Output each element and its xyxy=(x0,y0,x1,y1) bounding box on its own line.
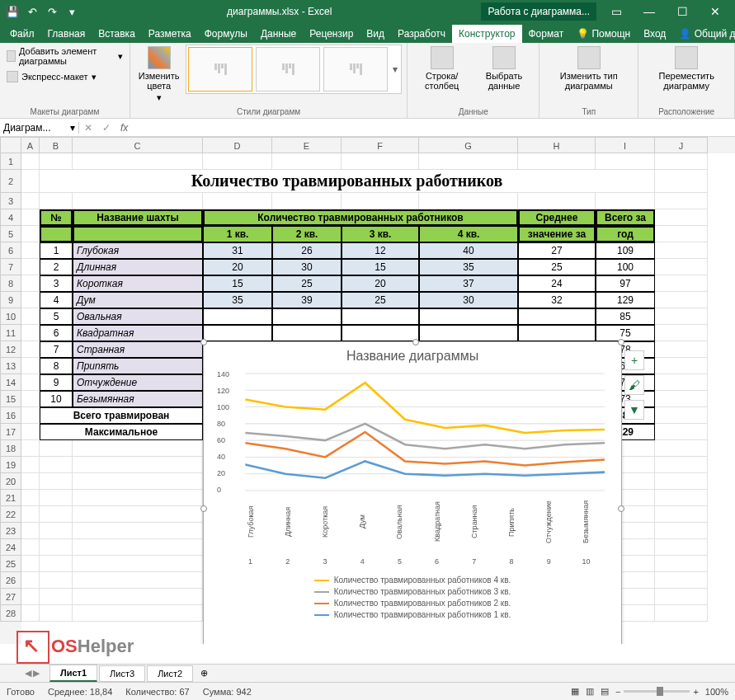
cell[interactable] xyxy=(21,490,40,506)
add-chart-element-button[interactable]: Добавить элемент диаграммы ▾ xyxy=(5,45,125,68)
cell[interactable] xyxy=(655,292,708,308)
col-head-G[interactable]: G xyxy=(419,137,518,153)
cell[interactable]: 7 xyxy=(40,341,73,358)
cell[interactable]: Всего травмирован xyxy=(40,407,203,424)
cell[interactable] xyxy=(40,473,73,490)
tab-Вид[interactable]: Вид xyxy=(360,25,391,43)
cell[interactable] xyxy=(21,209,40,226)
cell[interactable] xyxy=(272,325,342,341)
close-icon[interactable]: ✕ xyxy=(699,0,732,23)
cell[interactable] xyxy=(21,374,40,391)
cell[interactable] xyxy=(342,153,419,170)
row-head-6[interactable]: 6 xyxy=(0,242,21,259)
cell[interactable]: 100 xyxy=(596,259,655,275)
row-head-28[interactable]: 28 xyxy=(0,605,21,622)
cell[interactable]: 97 xyxy=(596,275,655,292)
cell[interactable] xyxy=(21,457,40,473)
cell[interactable] xyxy=(655,170,708,193)
row-head-4[interactable]: 4 xyxy=(0,209,21,226)
chart-plot[interactable]: 020406080100120140 xyxy=(220,370,605,494)
new-sheet-button[interactable]: ⊕ xyxy=(195,668,213,679)
minimize-icon[interactable]: — xyxy=(633,0,666,23)
cell[interactable] xyxy=(21,308,40,325)
cell[interactable]: 30 xyxy=(419,292,518,308)
view-normal-icon[interactable]: ▦ xyxy=(571,686,579,697)
maximize-icon[interactable]: ☐ xyxy=(666,0,699,23)
cell[interactable] xyxy=(73,440,203,457)
cell[interactable]: 40 xyxy=(419,242,518,259)
row-head-15[interactable]: 15 xyxy=(0,391,21,407)
cell[interactable] xyxy=(655,325,708,341)
cell[interactable] xyxy=(21,473,40,490)
cell[interactable] xyxy=(655,242,708,259)
cell[interactable] xyxy=(40,193,73,209)
tab-Рецензир[interactable]: Рецензир xyxy=(303,25,360,43)
tab-Разработч[interactable]: Разработч xyxy=(391,25,452,43)
col-head-C[interactable]: C xyxy=(73,137,203,153)
cell[interactable]: 25 xyxy=(518,259,596,275)
cell[interactable]: 75 xyxy=(596,325,655,341)
col-head-B[interactable]: B xyxy=(40,137,73,153)
hdr-name[interactable] xyxy=(73,226,203,242)
cell[interactable]: 109 xyxy=(596,242,655,259)
cell[interactable] xyxy=(419,193,518,209)
cell[interactable] xyxy=(342,325,419,341)
cell[interactable] xyxy=(21,407,40,424)
signin[interactable]: Вход xyxy=(637,25,672,43)
row-head-25[interactable]: 25 xyxy=(0,556,21,572)
cell[interactable]: 2 xyxy=(40,259,73,275)
row-head-27[interactable]: 27 xyxy=(0,589,21,605)
cell[interactable] xyxy=(73,457,203,473)
col-head-D[interactable]: D xyxy=(203,137,272,153)
zoom-value[interactable]: 100% xyxy=(705,687,728,697)
row-head-3[interactable]: 3 xyxy=(0,193,21,209)
row-head-17[interactable]: 17 xyxy=(0,424,21,440)
cell[interactable]: 2 кв. xyxy=(272,226,342,242)
cell[interactable] xyxy=(40,506,73,523)
switch-row-col-button[interactable]: Строка/ столбец xyxy=(412,45,471,92)
cell[interactable] xyxy=(342,308,419,325)
cell[interactable] xyxy=(655,523,708,539)
gallery-more-icon[interactable]: ▾ xyxy=(391,63,399,75)
row-head-22[interactable]: 22 xyxy=(0,506,21,523)
cell[interactable]: 35 xyxy=(203,292,272,308)
filter-icon[interactable]: ▼ xyxy=(624,400,644,420)
row-head-21[interactable]: 21 xyxy=(0,490,21,506)
cell[interactable] xyxy=(21,605,40,622)
style-2[interactable] xyxy=(256,47,320,92)
cell[interactable] xyxy=(655,589,708,605)
col-head-J[interactable]: J xyxy=(655,137,708,153)
cell[interactable]: 129 xyxy=(596,292,655,308)
cell[interactable] xyxy=(655,209,708,226)
cell[interactable] xyxy=(40,153,73,170)
col-head-F[interactable]: F xyxy=(342,137,419,153)
cell[interactable] xyxy=(518,153,596,170)
row-head-10[interactable]: 10 xyxy=(0,308,21,325)
cell[interactable] xyxy=(419,308,518,325)
cell[interactable] xyxy=(73,193,203,209)
cell[interactable] xyxy=(655,259,708,275)
cell[interactable] xyxy=(40,457,73,473)
cell[interactable] xyxy=(21,259,40,275)
resize-handle[interactable] xyxy=(200,339,207,345)
resize-handle[interactable] xyxy=(618,339,624,345)
cell[interactable] xyxy=(73,153,203,170)
plus-icon[interactable]: + xyxy=(624,350,644,370)
cell[interactable]: 30 xyxy=(272,259,342,275)
quick-layout-button[interactable]: Экспресс-макет ▾ xyxy=(5,69,98,84)
cell[interactable]: 20 xyxy=(203,259,272,275)
cell[interactable]: 6 xyxy=(40,325,73,341)
qat-more-icon[interactable]: ▾ xyxy=(63,2,81,21)
row-head-5[interactable]: 5 xyxy=(0,226,21,242)
cell[interactable] xyxy=(40,572,73,589)
cell[interactable]: 35 xyxy=(419,259,518,275)
cell[interactable] xyxy=(203,325,272,341)
row-head-18[interactable]: 18 xyxy=(0,440,21,457)
cell[interactable]: 20 xyxy=(342,275,419,292)
cell[interactable] xyxy=(419,153,518,170)
cell[interactable] xyxy=(21,589,40,605)
tab-Формулы[interactable]: Формулы xyxy=(198,25,254,43)
cell[interactable] xyxy=(655,556,708,572)
cell[interactable] xyxy=(21,556,40,572)
share[interactable]: 👤 Общий доступ xyxy=(672,25,735,43)
